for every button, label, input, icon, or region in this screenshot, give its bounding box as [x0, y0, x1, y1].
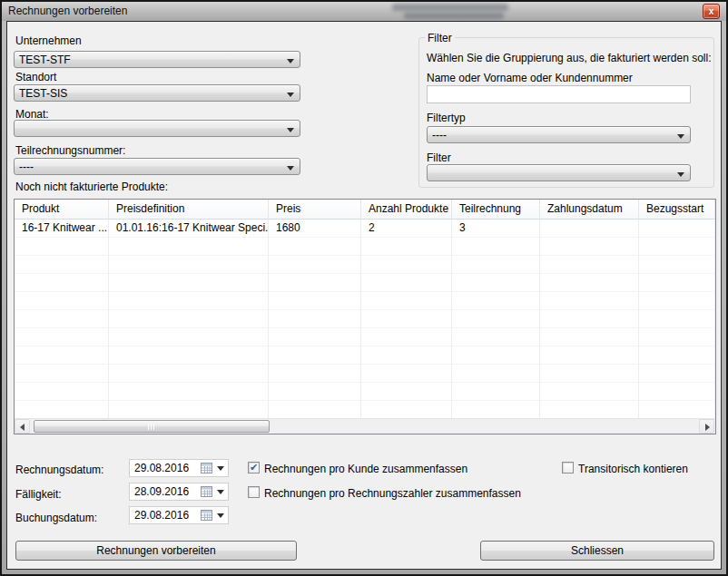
filtertyp-label: Filtertyp [427, 112, 466, 124]
chevron-down-icon [677, 172, 684, 177]
combobox-value: TEST-STF [19, 54, 283, 66]
name-field-label: Name oder Vorname oder Kundennummer [427, 72, 633, 84]
close-dialog-button[interactable]: Schliessen [480, 541, 714, 561]
table-cell [15, 347, 109, 365]
column-header[interactable]: Zahlungsdatum [540, 200, 639, 220]
table-cell [269, 328, 361, 347]
title-bar[interactable]: Rechnungen vorbereiten x [2, 2, 726, 21]
scroll-left-button[interactable] [15, 419, 30, 434]
table-header: ProduktPreisdefinitionPreisAnzahl Produk… [15, 200, 715, 220]
table-cell [540, 383, 639, 401]
filter-label: Filter [427, 151, 451, 164]
table-cell [15, 401, 109, 419]
table-cell [269, 274, 361, 292]
pro-rechnungszahler-checkbox-label[interactable]: Rechnungen pro Rechnungszahler zusammenf… [264, 487, 521, 500]
filter-combobox[interactable] [427, 164, 691, 181]
table-cell [15, 383, 109, 401]
table-row-empty [15, 401, 715, 419]
table-row-empty [15, 238, 715, 256]
transitorisch-checkbox-label[interactable]: Transitorisch kontieren [578, 463, 688, 475]
unternehmen-label: Unternehmen [15, 34, 82, 47]
table-cell [540, 310, 639, 328]
table-cell [15, 328, 109, 347]
table-cell [540, 274, 639, 292]
table-cell [452, 365, 540, 383]
table-cell [15, 274, 109, 292]
table-cell [109, 238, 269, 256]
table-cell [452, 401, 540, 419]
table-cell [361, 347, 452, 365]
pro-kunde-checkbox-label[interactable]: Rechnungen pro Kunde zusammenfassen [264, 463, 467, 475]
table-cell: 2 [361, 220, 452, 238]
faelligkeit-field[interactable]: 28.09.2016 [129, 483, 229, 501]
table-cell [540, 365, 639, 383]
table-cell [452, 256, 540, 274]
table-cell [639, 383, 715, 401]
table-row-empty [15, 292, 715, 310]
table-cell [361, 274, 452, 292]
close-button[interactable]: x [703, 4, 720, 19]
column-header[interactable]: Preis [269, 200, 361, 220]
standort-combobox[interactable]: TEST-SIS [14, 84, 300, 102]
transitorisch-checkbox[interactable] [562, 462, 574, 473]
horizontal-scrollbar[interactable] [15, 418, 715, 434]
column-header[interactable]: Produkt [15, 200, 109, 220]
column-header[interactable]: Bezugsstart [639, 200, 715, 220]
name-input[interactable] [427, 85, 691, 103]
table-cell [269, 292, 361, 310]
table-cell: 1680 [269, 220, 361, 238]
table-cell [361, 401, 452, 419]
pro-kunde-checkbox[interactable]: ✔ [248, 462, 260, 473]
filtertyp-combobox[interactable]: ---- [427, 126, 691, 143]
pro-rechnungszahler-checkbox[interactable] [248, 486, 260, 498]
column-header[interactable]: Preisdefinition [109, 200, 269, 220]
table-cell [639, 292, 715, 310]
scroll-right-button[interactable] [699, 419, 714, 434]
table-cell [361, 365, 452, 383]
column-header[interactable]: Teilrechnung [452, 200, 540, 220]
products-table: ProduktPreisdefinitionPreisAnzahl Produk… [14, 199, 716, 434]
table-cell [639, 310, 715, 328]
buchungsdatum-field[interactable]: 29.08.2016 [129, 506, 229, 524]
column-header[interactable]: Anzahl Produkte [361, 200, 452, 220]
monat-combobox[interactable] [14, 120, 300, 137]
table-row[interactable]: 16-17 Knitwear ...01.01.16:16-17 Knitwea… [15, 220, 715, 238]
rechnungsdatum-field[interactable]: 29.08.2016 [129, 459, 229, 477]
table-cell [540, 256, 639, 274]
standort-label: Standort [15, 71, 56, 83]
table-row-empty [15, 328, 715, 347]
dialog-window: Rechnungen vorbereiten x Unternehmen TES… [0, 0, 728, 576]
unternehmen-combobox[interactable]: TEST-STF [14, 51, 300, 68]
combobox-value: ---- [19, 161, 283, 173]
table-cell [361, 328, 452, 347]
table-cell [540, 292, 639, 310]
scrollbar-thumb[interactable] [34, 420, 270, 433]
faelligkeit-label: Fälligkeit: [15, 488, 62, 501]
chevron-down-icon [677, 134, 684, 139]
chevron-down-icon [287, 93, 294, 97]
table-cell [452, 347, 540, 365]
table-cell [109, 365, 269, 383]
filter-group-label: Filter [425, 32, 455, 44]
table-cell [109, 383, 269, 401]
table-cell [15, 238, 109, 256]
date-value: 28.09.2016 [134, 485, 189, 498]
combobox-value: ---- [432, 129, 674, 142]
table-cell [639, 365, 715, 383]
table-cell [109, 292, 269, 310]
table-cell [109, 347, 269, 365]
table-cell [269, 383, 361, 401]
table-row-empty [15, 256, 715, 274]
table-row-empty [15, 347, 715, 365]
products-list-label: Noch nicht fakturierte Produkte: [15, 181, 168, 193]
table-cell [109, 401, 269, 419]
table-cell: 3 [452, 220, 540, 238]
filter-groupbox: Filter Wählen Sie die Gruppierung aus, d… [418, 37, 714, 188]
table-row-empty [15, 310, 715, 328]
table-cell [452, 274, 540, 292]
table-cell [540, 220, 639, 238]
prepare-invoices-button[interactable]: Rechnungen vorbereiten [15, 541, 297, 561]
table-cell [639, 347, 715, 365]
scroll-right-icon [705, 424, 710, 431]
teilrechnungsnummer-combobox[interactable]: ---- [14, 158, 300, 175]
